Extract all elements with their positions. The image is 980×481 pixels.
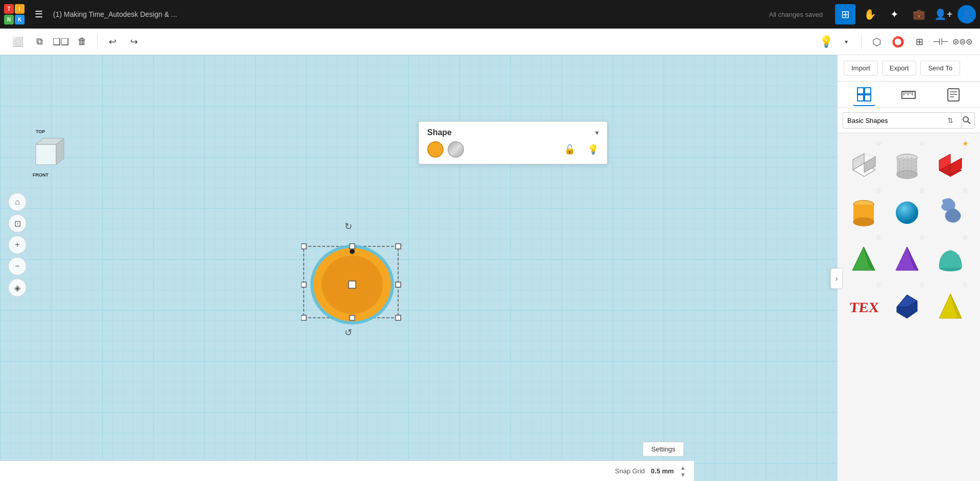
zoom-out-btn[interactable]: − <box>8 257 27 275</box>
shape-item-box[interactable]: ☆ <box>842 137 885 183</box>
cursor-tool-btn[interactable]: ✦ <box>884 4 904 24</box>
svg-rect-11 <box>349 281 356 288</box>
shape-img-box <box>848 150 879 181</box>
home-btn[interactable]: ⌂ <box>8 193 27 211</box>
measurements-icon-btn[interactable] <box>897 84 920 106</box>
shape-item-box-red[interactable]: ★ <box>928 137 972 183</box>
sphere-svg <box>893 198 921 227</box>
shape-item-pyramid-green[interactable]: ☆ <box>842 231 885 277</box>
star-icon-cylinder[interactable]: ☆ <box>919 139 925 147</box>
shape-item-prism-blue[interactable]: ☆ <box>885 278 928 324</box>
new-window-btn[interactable]: ⬜ <box>8 32 28 52</box>
orientation-cube-svg <box>26 134 66 175</box>
import-btn[interactable]: Import <box>844 61 878 75</box>
mirror-btn[interactable]: ⊣⊢ <box>931 32 950 52</box>
snap-adjust-btn[interactable]: ▲▼ <box>680 464 686 478</box>
group-btn[interactable]: ⊜⊜⊜ <box>952 32 972 52</box>
light-panel-icon[interactable]: 💡 <box>587 144 599 155</box>
svg-rect-19 <box>350 315 355 320</box>
star-icon-prism-blue[interactable]: ☆ <box>919 280 925 288</box>
canvas-grid <box>0 55 837 481</box>
grid-view-btn[interactable]: ⊞ <box>835 4 855 24</box>
delete-btn[interactable]: 🗑 <box>72 32 92 52</box>
avatar[interactable]: 👤 <box>958 5 976 23</box>
duplicate-btn[interactable]: ❑❑ <box>51 32 70 52</box>
align-btn[interactable]: ⊞ <box>910 32 929 52</box>
svg-point-58 <box>853 218 874 226</box>
star-icon-blob[interactable]: ☆ <box>962 186 969 194</box>
undo-btn[interactable]: ↩ <box>103 32 122 52</box>
toolbar-right: 💡 ▾ ⬡ ⭕ ⊞ ⊣⊢ ⊜⊜⊜ <box>816 32 972 52</box>
light-dropdown-btn[interactable]: ▾ <box>837 32 856 52</box>
redo-btn[interactable]: ↪ <box>124 32 143 52</box>
star-icon-cyl-orange[interactable]: ☆ <box>875 186 882 194</box>
shape-panel-title: Shape <box>427 128 452 137</box>
svg-rect-18 <box>301 315 306 320</box>
shape-item-pyramid-yellow[interactable]: ☆ <box>928 278 972 324</box>
settings-button[interactable]: Settings <box>643 442 684 457</box>
star-icon-pyramid-green[interactable]: ☆ <box>875 233 882 241</box>
right-top-actions: Import Export Send To <box>838 55 980 82</box>
light-group: 💡 ▾ <box>816 32 856 52</box>
color-gray-btn[interactable] <box>448 141 464 158</box>
zoom-in-btn[interactable]: + <box>8 236 27 254</box>
svg-line-21 <box>401 239 403 246</box>
shape-chevron-icon[interactable]: ▾ <box>595 129 599 137</box>
star-icon-text[interactable]: ☆ <box>875 280 882 288</box>
perspective-btn[interactable]: ◈ <box>8 279 27 297</box>
shape-img-pyramid-purple <box>892 244 922 275</box>
cylinder-gray-svg <box>893 151 921 181</box>
shape-item-text[interactable]: ☆ TEXT <box>842 278 885 324</box>
shape-btn[interactable]: ⬡ <box>867 32 886 52</box>
notes-icon-btn[interactable] <box>942 84 965 106</box>
shape-item-cylinder-gray[interactable]: ☆ <box>885 137 928 183</box>
star-icon-box[interactable]: ☆ <box>875 139 882 147</box>
rotate-handle-top[interactable]: ↻ <box>345 221 352 232</box>
logo-i: I <box>15 4 24 14</box>
shape-img-prism-blue <box>892 291 922 322</box>
light-btn[interactable]: 💡 <box>816 32 836 52</box>
svg-rect-20 <box>396 315 401 320</box>
notes-icon <box>947 88 960 102</box>
shape-color-options <box>427 141 464 158</box>
rotate-handle-bottom[interactable]: ↺ <box>345 327 352 338</box>
orientation-cube[interactable]: TOP FRONT <box>26 134 66 175</box>
pyramid-green-svg <box>849 245 878 274</box>
document-icon-btn[interactable]: ☰ <box>29 4 49 24</box>
shape-item-pyramid-purple[interactable]: ☆ <box>885 231 928 277</box>
logo: T I N K <box>4 4 24 24</box>
send-to-btn[interactable]: Send To <box>920 61 960 75</box>
shape-panel: Shape ▾ 🔓 💡 <box>419 121 607 164</box>
selected-shape-3d[interactable]: ↻ <box>301 239 403 325</box>
shape-item-blob[interactable]: ☆ <box>928 184 972 230</box>
shape2-btn[interactable]: ⭕ <box>888 32 908 52</box>
shape-item-sphere[interactable]: ☆ <box>885 184 928 230</box>
copy-btn[interactable]: ⧉ <box>30 32 49 52</box>
export-btn[interactable]: Export <box>882 61 917 75</box>
color-orange-btn[interactable] <box>427 141 444 158</box>
briefcase-btn[interactable]: 💼 <box>909 4 929 24</box>
star-icon-dome[interactable]: ☆ <box>962 233 969 241</box>
star-icon-box-red[interactable]: ★ <box>962 139 969 147</box>
shapes-library-icon-btn[interactable] <box>853 84 875 106</box>
shape-item-cylinder-orange[interactable]: ☆ <box>842 184 885 230</box>
panel-collapse-btn[interactable]: › <box>830 268 843 289</box>
svg-line-43 <box>864 154 875 157</box>
star-icon-pyramid-yellow[interactable]: ☆ <box>962 280 969 288</box>
svg-point-12 <box>350 249 355 254</box>
hand-tool-btn[interactable]: ✋ <box>860 4 880 24</box>
star-icon-sphere[interactable]: ☆ <box>919 186 925 194</box>
svg-rect-25 <box>857 95 864 101</box>
add-user-btn[interactable]: 👤+ <box>933 4 953 24</box>
shape-item-dome[interactable]: ☆ <box>928 231 972 277</box>
star-icon-pyramid-purple[interactable]: ☆ <box>919 233 925 241</box>
lock-icon[interactable]: 🔓 <box>564 144 575 155</box>
topbar-right: ⊞ ✋ ✦ 💼 👤+ 👤 <box>835 4 976 24</box>
shape-img-pyramid-green <box>848 244 879 275</box>
fit-btn[interactable]: ⊡ <box>8 214 27 233</box>
shape-img-dome <box>935 244 966 275</box>
shapes-row-3: ☆ ☆ <box>842 231 976 277</box>
shape-category-dropdown[interactable]: Basic Shapes <box>843 112 962 129</box>
canvas-area[interactable]: TOP FRONT ⌂ ⊡ + − ◈ Shape ▾ 🔓 💡 <box>0 55 837 481</box>
topbar: T I N K ☰ (1) Making Time_Autodesk Desig… <box>0 0 980 29</box>
